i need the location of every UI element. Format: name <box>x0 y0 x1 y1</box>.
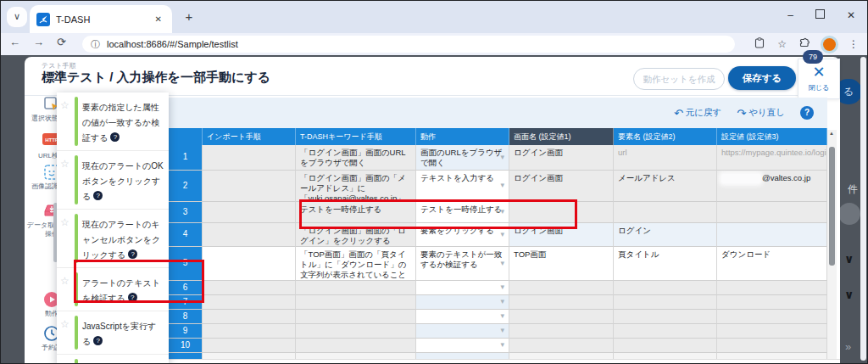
help-question-icon[interactable]: ? <box>128 249 137 259</box>
help-question-icon[interactable]: ? <box>93 336 103 345</box>
forward-button[interactable]: → <box>33 36 44 48</box>
keyword-step-cell[interactable] <box>296 310 416 324</box>
reload-button[interactable]: ⟳ <box>57 36 66 48</box>
table-scrollbar-thumb[interactable] <box>829 147 835 266</box>
page-overlay: る 件 ∨ ∨ » テスト手順 標準テスト / 入力操作を一部手動にする 動作セ… <box>1 55 867 364</box>
action-select[interactable]: ▾ <box>416 339 509 353</box>
import-step-cell[interactable] <box>203 281 296 295</box>
action-select[interactable]: テキストを入力する▾ <box>416 171 509 202</box>
value-cell[interactable] <box>717 339 827 353</box>
panel-item-1[interactable]: ☆要素の指定した属性の値が一致するか検証する? <box>57 92 169 151</box>
element-name-cell[interactable] <box>614 339 717 353</box>
site-info-icon[interactable]: ⓘ <box>91 38 100 51</box>
partial-cell <box>509 353 614 359</box>
screen-name-cell[interactable]: TOP画面 <box>509 247 614 281</box>
category-color-bar <box>75 97 78 146</box>
import-step-cell[interactable] <box>203 295 296 310</box>
keyword-step-cell[interactable] <box>296 281 416 295</box>
keyword-step-cell[interactable] <box>296 295 416 310</box>
page-scrollbar[interactable] <box>860 57 866 361</box>
screen-name-cell[interactable] <box>509 324 614 339</box>
favorite-star-icon[interactable]: ☆ <box>60 158 70 170</box>
create-action-set-button[interactable]: 動作セットを作成 <box>633 68 725 90</box>
element-name-cell[interactable]: メールアドレス <box>614 171 717 202</box>
url-input[interactable]: ⓘ localhost:8686/#/Sample/testlist <box>82 36 735 53</box>
action-select[interactable]: ▾ <box>416 310 509 324</box>
horizontal-scrollbar[interactable] <box>169 359 840 364</box>
value-cell[interactable]: ダウンロード <box>717 247 827 281</box>
element-name-cell[interactable] <box>614 295 717 310</box>
screen-name-cell[interactable] <box>509 295 614 310</box>
favorite-star-icon[interactable]: ☆ <box>60 275 70 287</box>
panel-item-2[interactable]: ☆現在のアラートのOKボタンをクリックする? <box>57 151 169 210</box>
element-name-cell[interactable] <box>614 324 717 339</box>
action-select[interactable]: ▾ <box>416 295 509 310</box>
minimize-button[interactable]: – <box>787 9 793 21</box>
undo-button[interactable]: ↶ 元に戻す <box>674 107 721 120</box>
keyword-step-cell[interactable]: 「ログイン画面」画面のURLをブラウザで開く <box>296 145 416 171</box>
window-close-button[interactable]: ✕ <box>847 9 855 21</box>
element-name-cell[interactable] <box>614 202 717 223</box>
screen-name-cell[interactable]: ログイン画面 <box>509 171 614 202</box>
element-name-cell[interactable]: 頁タイトル <box>614 247 717 281</box>
panel-item-label: 要素の指定した属性の値が一致するか検証する <box>82 103 159 143</box>
favorite-star-icon[interactable]: ☆ <box>60 216 70 228</box>
action-select[interactable]: 要素のテキストが一致するか検証する▾ <box>416 247 509 281</box>
import-step-cell[interactable] <box>203 247 296 281</box>
favorite-star-icon[interactable]: ☆ <box>60 318 70 330</box>
keyword-step-cell[interactable] <box>296 324 416 339</box>
tab-tdash[interactable]: T-DASH ✕ <box>30 5 172 33</box>
chevron-down-icon: ∨ <box>844 252 854 266</box>
help-question-icon[interactable]: ? <box>110 132 120 142</box>
value-cell[interactable] <box>717 202 827 223</box>
maximize-button[interactable] <box>815 9 825 21</box>
value-cell[interactable]: https://mypage.quintee.io/login <box>717 145 827 171</box>
element-name-cell[interactable] <box>614 281 717 295</box>
element-name-cell[interactable]: ログイン <box>614 223 717 247</box>
action-select[interactable]: 画面のURLをブラウザで開く▾ <box>416 145 509 171</box>
import-step-cell[interactable] <box>203 171 296 202</box>
screen-name-cell[interactable] <box>509 310 614 324</box>
value-cell[interactable] <box>717 310 827 324</box>
value-cell[interactable] <box>717 295 827 310</box>
panel-item-6[interactable]: ☆テストを一時停止する? <box>57 355 169 364</box>
import-step-cell[interactable] <box>203 223 296 247</box>
action-select[interactable]: ▾ <box>416 281 509 295</box>
extensions-icon[interactable] <box>799 37 810 51</box>
import-step-cell[interactable] <box>203 202 296 223</box>
import-step-cell[interactable] <box>203 339 296 353</box>
import-step-cell[interactable] <box>203 310 296 324</box>
back-button[interactable]: ← <box>9 36 20 48</box>
value-cell[interactable] <box>717 223 827 247</box>
bookmark-star-icon[interactable]: ☆ <box>777 38 787 50</box>
screen-name-cell[interactable] <box>509 339 614 353</box>
tab-search-button[interactable]: ∨ <box>7 7 27 27</box>
new-tab-button[interactable]: + <box>181 8 198 25</box>
profile-avatar[interactable] <box>823 38 836 51</box>
value-cell[interactable]: @valtes.co.jp <box>717 171 827 202</box>
help-icon[interactable]: ? <box>800 106 814 120</box>
screen-name-cell[interactable] <box>509 281 614 295</box>
import-step-cell[interactable] <box>203 145 296 171</box>
save-page-icon[interactable] <box>754 37 765 51</box>
element-name-cell[interactable] <box>614 310 717 324</box>
keyword-step-cell[interactable] <box>296 339 416 353</box>
tab-close-icon[interactable]: ✕ <box>152 13 165 25</box>
favorite-star-icon[interactable]: ☆ <box>60 99 70 111</box>
element-name-cell[interactable]: url <box>614 145 717 171</box>
browser-menu-icon[interactable]: ⋮ <box>849 38 859 50</box>
redo-button[interactable]: ↷ やり直し <box>737 107 785 120</box>
table-row-2: 2「ログイン画面」画面の「メールアドレス」に「yuki.osanai@valte… <box>169 171 827 202</box>
keyword-step-cell[interactable]: 「ログイン画面」画面の「メールアドレス」に「yuki.osanai@valtes… <box>296 171 416 202</box>
save-button[interactable]: 保存する <box>728 66 796 90</box>
screen-name-cell[interactable]: ログイン画面 <box>509 145 614 171</box>
scroll-up-icon[interactable]: ▲ <box>829 131 834 136</box>
help-question-icon[interactable]: ? <box>93 191 103 200</box>
keyword-step-cell[interactable]: 「TOP画面」画面の「頁タイトル」に「ダウンロード」の文字列が表示されていること… <box>296 247 416 281</box>
import-step-cell[interactable] <box>203 324 296 339</box>
value-cell[interactable] <box>717 281 827 295</box>
action-select[interactable]: ▾ <box>416 324 509 339</box>
panel-item-5[interactable]: ☆JavaScriptを実行する? <box>57 311 169 355</box>
close-modal-button[interactable]: ✕ 閉じる <box>798 59 840 99</box>
value-cell[interactable] <box>717 324 827 339</box>
